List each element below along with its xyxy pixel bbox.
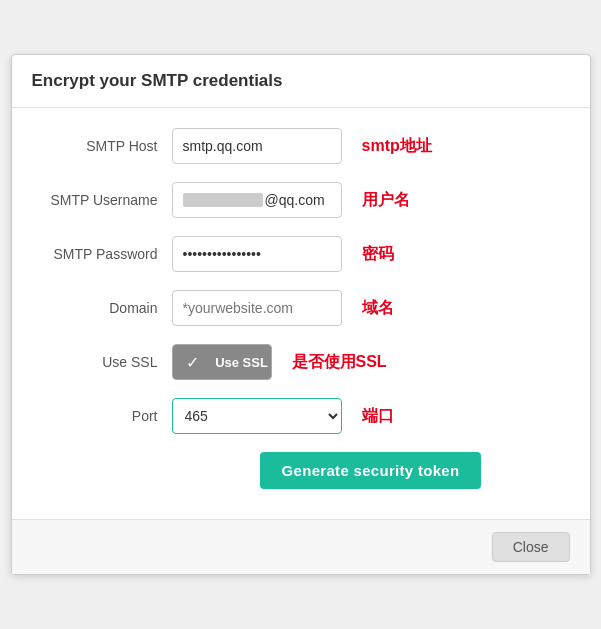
smtp-password-annotation: 密码 [362, 244, 394, 265]
domain-label: Domain [32, 300, 172, 316]
domain-row: Domain 域名 [32, 290, 570, 326]
port-select[interactable]: 465 25 587 [172, 398, 342, 434]
username-suffix: @qq.com [265, 192, 325, 208]
smtp-password-label: SMTP Password [32, 246, 172, 262]
smtp-password-input[interactable] [172, 236, 342, 272]
domain-annotation: 域名 [362, 298, 394, 319]
smtp-host-input[interactable] [172, 128, 342, 164]
generate-security-token-button[interactable]: Generate security token [260, 452, 482, 489]
ssl-toggle-label: Use SSL [213, 345, 271, 379]
domain-input[interactable] [172, 290, 342, 326]
smtp-password-row: SMTP Password 密码 [32, 236, 570, 272]
dialog-footer: Close [12, 519, 590, 574]
dialog-body: SMTP Host smtp地址 SMTP Username @qq.com 用… [12, 108, 590, 519]
smtp-host-label: SMTP Host [32, 138, 172, 154]
ssl-check-icon: ✓ [173, 345, 213, 379]
port-annotation: 端口 [362, 406, 394, 427]
smtp-username-label: SMTP Username [32, 192, 172, 208]
dialog-header: Encrypt your SMTP credentials [12, 55, 590, 108]
ssl-toggle[interactable]: ✓ Use SSL [172, 344, 272, 380]
username-blur [183, 193, 263, 207]
smtp-username-annotation: 用户名 [362, 190, 410, 211]
smtp-host-row: SMTP Host smtp地址 [32, 128, 570, 164]
port-label: Port [32, 408, 172, 424]
use-ssl-row: Use SSL ✓ Use SSL 是否使用SSL [32, 344, 570, 380]
use-ssl-annotation: 是否使用SSL [292, 352, 387, 373]
smtp-username-input[interactable]: @qq.com [172, 182, 342, 218]
dialog: Encrypt your SMTP credentials SMTP Host … [11, 54, 591, 575]
port-row: Port 465 25 587 端口 [32, 398, 570, 434]
generate-btn-row: Generate security token [32, 452, 570, 489]
close-button[interactable]: Close [492, 532, 570, 562]
smtp-username-row: SMTP Username @qq.com 用户名 [32, 182, 570, 218]
smtp-host-annotation: smtp地址 [362, 136, 432, 157]
dialog-title: Encrypt your SMTP credentials [32, 71, 283, 90]
use-ssl-label: Use SSL [32, 354, 172, 370]
